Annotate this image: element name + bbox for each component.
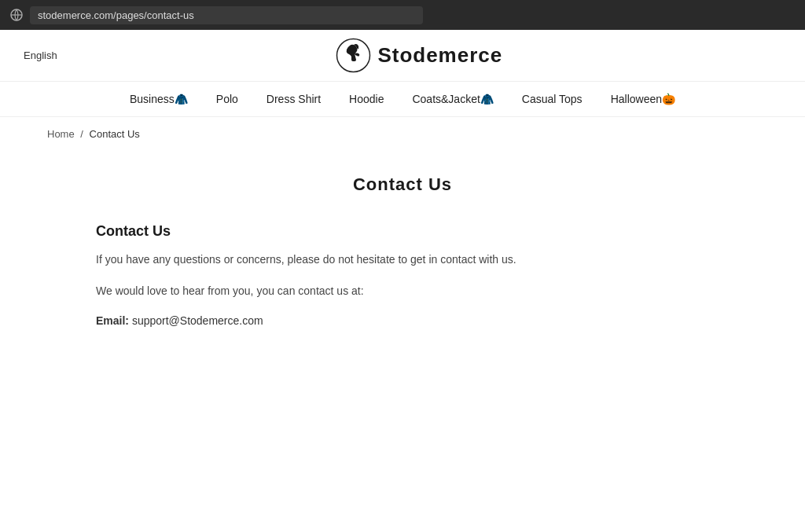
navigation: Business🧥 Polo Dress Shirt Hoodie Coats&… bbox=[0, 82, 805, 117]
url-bar[interactable]: stodemerce.com/pages/contact-us bbox=[30, 6, 423, 24]
nav-item-dress-shirt[interactable]: Dress Shirt bbox=[266, 93, 321, 105]
breadcrumb-separator: / bbox=[80, 128, 83, 140]
email-label: Email: bbox=[96, 314, 129, 327]
nav-item-coats-jacket[interactable]: Coats&Jacket🧥 bbox=[412, 93, 493, 105]
browser-chrome: stodemerce.com/pages/contact-us bbox=[0, 0, 805, 30]
email-value: support@Stodemerce.com bbox=[132, 314, 263, 327]
browser-icon bbox=[9, 8, 24, 22]
nav-item-halloween[interactable]: Halloween🎃 bbox=[611, 93, 675, 105]
site-name: Stodemerce bbox=[377, 43, 502, 68]
language-selector[interactable]: English bbox=[24, 50, 57, 61]
site-logo-icon bbox=[336, 38, 371, 73]
breadcrumb-current: Contact Us bbox=[90, 128, 140, 140]
main-content: Contact Us Contact Us If you have any qu… bbox=[49, 151, 756, 374]
page: English Stodemerce Business🧥 Polo Dress … bbox=[0, 30, 805, 532]
page-title: Contact Us bbox=[96, 174, 709, 195]
breadcrumb: Home / Contact Us bbox=[0, 117, 805, 151]
nav-item-casual-tops[interactable]: Casual Tops bbox=[522, 93, 583, 105]
nav-item-hoodie[interactable]: Hoodie bbox=[349, 93, 384, 105]
invite-text: We would love to hear from you, you can … bbox=[96, 282, 709, 299]
nav-item-business[interactable]: Business🧥 bbox=[130, 93, 188, 105]
section-title: Contact Us bbox=[96, 223, 709, 240]
breadcrumb-home[interactable]: Home bbox=[47, 128, 75, 140]
site-logo-area: Stodemerce bbox=[57, 38, 781, 73]
top-bar: English Stodemerce bbox=[0, 30, 805, 82]
contact-email: Email: support@Stodemerce.com bbox=[96, 314, 709, 327]
intro-text: If you have any questions or concerns, p… bbox=[96, 251, 709, 268]
nav-item-polo[interactable]: Polo bbox=[216, 93, 238, 105]
